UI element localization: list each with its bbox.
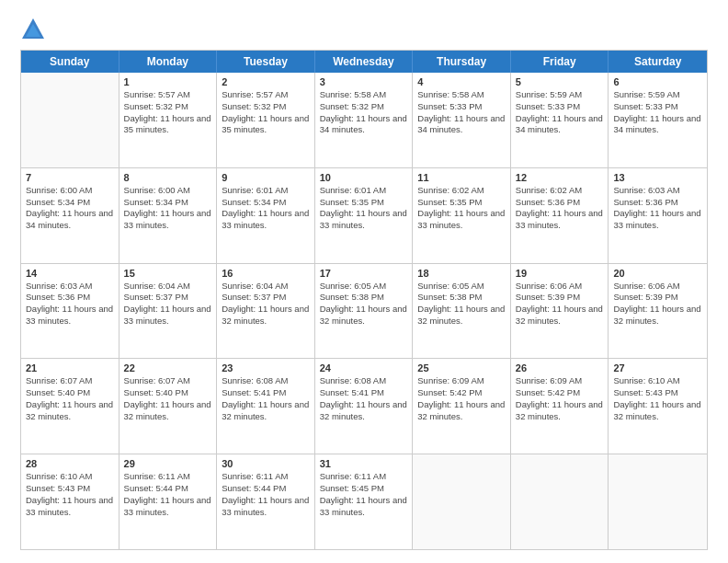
calendar-week-3: 14Sunrise: 6:03 AMSunset: 5:36 PMDayligh…: [21, 263, 707, 359]
sunrise-line: Sunrise: 6:01 AM: [222, 185, 310, 197]
sunset-line: Sunset: 5:32 PM: [320, 101, 408, 113]
daylight-line: Daylight: 11 hours and 33 minutes.: [222, 208, 310, 232]
daylight-line: Daylight: 11 hours and 33 minutes.: [613, 208, 702, 232]
day-number: 31: [320, 458, 408, 469]
sunrise-line: Sunrise: 5:57 AM: [124, 89, 212, 101]
day-number: 12: [516, 172, 604, 183]
sunset-line: Sunset: 5:33 PM: [417, 101, 506, 113]
sunset-line: Sunset: 5:35 PM: [417, 197, 506, 209]
logo-icon: [20, 17, 46, 42]
sunrise-line: Sunrise: 6:01 AM: [320, 185, 408, 197]
sunrise-line: Sunrise: 6:06 AM: [613, 281, 702, 293]
day-number: 6: [613, 76, 702, 87]
sunrise-line: Sunrise: 6:07 AM: [26, 375, 114, 387]
calendar-cell: 9Sunrise: 6:01 AMSunset: 5:34 PMDaylight…: [217, 168, 315, 263]
calendar-cell: 11Sunrise: 6:02 AMSunset: 5:35 PMDayligh…: [413, 168, 511, 263]
sunset-line: Sunset: 5:33 PM: [613, 101, 702, 113]
daylight-line: Daylight: 11 hours and 35 minutes.: [124, 113, 212, 137]
calendar-cell: 3Sunrise: 5:58 AMSunset: 5:32 PMDaylight…: [315, 73, 414, 167]
calendar-cell: 10Sunrise: 6:01 AMSunset: 5:35 PMDayligh…: [315, 168, 414, 263]
day-number: 7: [26, 172, 114, 183]
day-number: 16: [222, 268, 310, 279]
daylight-line: Daylight: 11 hours and 34 minutes.: [26, 208, 114, 232]
day-number: 23: [222, 362, 310, 373]
sunset-line: Sunset: 5:43 PM: [613, 387, 702, 399]
daylight-line: Daylight: 11 hours and 32 minutes.: [320, 399, 408, 423]
daylight-line: Daylight: 11 hours and 32 minutes.: [613, 304, 702, 327]
calendar-cell: 7Sunrise: 6:00 AMSunset: 5:34 PMDaylight…: [21, 168, 119, 263]
header-day-wednesday: Wednesday: [315, 51, 414, 73]
daylight-line: Daylight: 11 hours and 33 minutes.: [124, 304, 212, 327]
sunrise-line: Sunrise: 6:06 AM: [516, 281, 604, 293]
calendar: SundayMondayTuesdayWednesdayThursdayFrid…: [20, 50, 708, 550]
sunrise-line: Sunrise: 6:05 AM: [320, 281, 408, 293]
day-number: 14: [26, 268, 114, 279]
sunset-line: Sunset: 5:41 PM: [320, 387, 408, 399]
day-number: 2: [222, 76, 310, 87]
sunset-line: Sunset: 5:37 PM: [124, 292, 212, 304]
calendar-cell: 12Sunrise: 6:02 AMSunset: 5:36 PMDayligh…: [511, 168, 609, 263]
day-number: 11: [417, 172, 506, 183]
day-number: 26: [516, 362, 604, 373]
day-number: 4: [417, 76, 506, 87]
calendar-cell: 8Sunrise: 6:00 AMSunset: 5:34 PMDaylight…: [119, 168, 218, 263]
day-number: 21: [26, 362, 114, 373]
day-number: 29: [124, 458, 212, 469]
calendar-cell: 17Sunrise: 6:05 AMSunset: 5:38 PMDayligh…: [315, 264, 414, 359]
day-number: 3: [320, 76, 408, 87]
calendar-cell: 31Sunrise: 6:11 AMSunset: 5:45 PMDayligh…: [315, 454, 414, 549]
calendar-cell: 14Sunrise: 6:03 AMSunset: 5:36 PMDayligh…: [21, 264, 119, 359]
sunset-line: Sunset: 5:34 PM: [222, 197, 310, 209]
sunrise-line: Sunrise: 5:57 AM: [222, 89, 310, 101]
sunset-line: Sunset: 5:38 PM: [417, 292, 506, 304]
daylight-line: Daylight: 11 hours and 32 minutes.: [320, 304, 408, 327]
sunset-line: Sunset: 5:36 PM: [26, 292, 114, 304]
daylight-line: Daylight: 11 hours and 32 minutes.: [26, 399, 114, 423]
calendar-cell: 27Sunrise: 6:10 AMSunset: 5:43 PMDayligh…: [609, 359, 707, 454]
calendar-week-5: 28Sunrise: 6:10 AMSunset: 5:43 PMDayligh…: [21, 454, 707, 549]
sunset-line: Sunset: 5:38 PM: [320, 292, 408, 304]
day-number: 8: [124, 172, 212, 183]
daylight-line: Daylight: 11 hours and 33 minutes.: [26, 495, 114, 519]
sunrise-line: Sunrise: 6:05 AM: [417, 281, 506, 293]
sunrise-line: Sunrise: 6:03 AM: [613, 185, 702, 197]
sunset-line: Sunset: 5:32 PM: [124, 101, 212, 113]
sunrise-line: Sunrise: 5:59 AM: [516, 89, 604, 101]
calendar-cell: 2Sunrise: 5:57 AMSunset: 5:32 PMDaylight…: [217, 73, 315, 167]
calendar-cell: 4Sunrise: 5:58 AMSunset: 5:33 PMDaylight…: [413, 73, 511, 167]
day-number: 20: [613, 268, 702, 279]
daylight-line: Daylight: 11 hours and 33 minutes.: [26, 304, 114, 327]
sunrise-line: Sunrise: 6:08 AM: [320, 375, 408, 387]
sunset-line: Sunset: 5:33 PM: [516, 101, 604, 113]
header-day-friday: Friday: [511, 51, 609, 73]
sunset-line: Sunset: 5:44 PM: [124, 483, 212, 495]
calendar-cell: 22Sunrise: 6:07 AMSunset: 5:40 PMDayligh…: [119, 359, 218, 454]
day-number: 24: [320, 362, 408, 373]
daylight-line: Daylight: 11 hours and 33 minutes.: [516, 208, 604, 232]
daylight-line: Daylight: 11 hours and 32 minutes.: [516, 399, 604, 423]
calendar-cell: [413, 454, 511, 549]
day-number: 30: [222, 458, 310, 469]
sunset-line: Sunset: 5:34 PM: [26, 197, 114, 209]
sunset-line: Sunset: 5:45 PM: [320, 483, 408, 495]
sunset-line: Sunset: 5:41 PM: [222, 387, 310, 399]
calendar-week-2: 7Sunrise: 6:00 AMSunset: 5:34 PMDaylight…: [21, 167, 707, 263]
sunset-line: Sunset: 5:43 PM: [26, 483, 114, 495]
daylight-line: Daylight: 11 hours and 33 minutes.: [320, 208, 408, 232]
day-number: 1: [124, 76, 212, 87]
sunset-line: Sunset: 5:39 PM: [516, 292, 604, 304]
sunset-line: Sunset: 5:34 PM: [124, 197, 212, 209]
header-day-saturday: Saturday: [609, 51, 707, 73]
sunrise-line: Sunrise: 6:07 AM: [124, 375, 212, 387]
sunrise-line: Sunrise: 6:11 AM: [320, 471, 408, 483]
calendar-week-4: 21Sunrise: 6:07 AMSunset: 5:40 PMDayligh…: [21, 358, 707, 454]
calendar-body: 1Sunrise: 5:57 AMSunset: 5:32 PMDaylight…: [21, 73, 707, 549]
sunrise-line: Sunrise: 5:58 AM: [320, 89, 408, 101]
day-number: 17: [320, 268, 408, 279]
calendar-cell: 19Sunrise: 6:06 AMSunset: 5:39 PMDayligh…: [511, 264, 609, 359]
sunrise-line: Sunrise: 6:02 AM: [516, 185, 604, 197]
daylight-line: Daylight: 11 hours and 32 minutes.: [417, 399, 506, 423]
calendar-cell: 15Sunrise: 6:04 AMSunset: 5:37 PMDayligh…: [119, 264, 218, 359]
daylight-line: Daylight: 11 hours and 33 minutes.: [222, 495, 310, 519]
sunrise-line: Sunrise: 6:08 AM: [222, 375, 310, 387]
